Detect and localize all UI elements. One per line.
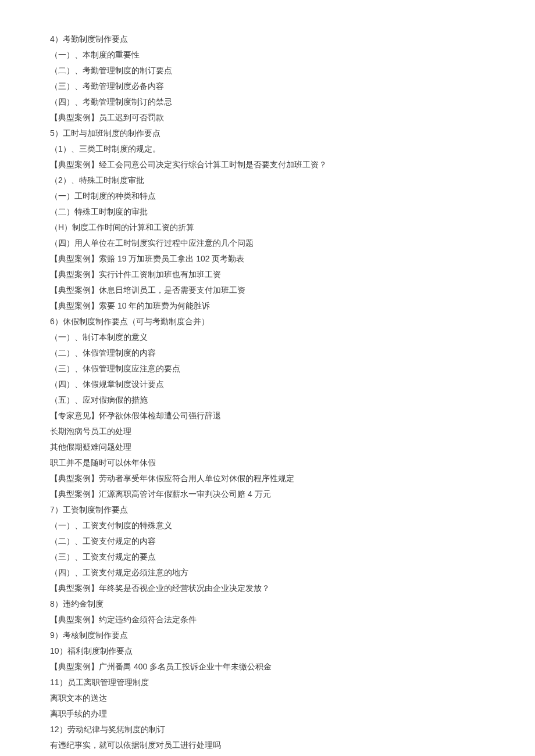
text-line: 职工并不是随时可以休年休假	[50, 455, 492, 471]
text-line: 【典型案例】劳动者享受年休假应符合用人单位对休假的程序性规定	[50, 471, 492, 486]
text-line: （一）工时制度的种类和特点	[50, 188, 492, 204]
text-line: 【典型案例】实行计件工资制加班也有加班工资	[50, 267, 492, 282]
text-line: 【典型案例】经工会同意公司决定实行综合计算工时制是否要支付加班工资？	[50, 157, 492, 173]
text-line: （2）、特殊工时制度审批	[50, 173, 492, 188]
text-line: 6）休假制度制作要点（可与考勤制度合并）	[50, 314, 492, 329]
text-line: 9）考核制度制作要点	[50, 628, 492, 643]
text-line: （一）、工资支付制度的特殊意义	[50, 518, 492, 533]
text-line: （二）特殊工时制度的审批	[50, 204, 492, 220]
text-line: （三）、考勤管理制度必备内容	[50, 78, 492, 94]
text-line: 有违纪事实，就可以依据制度对员工进行处理吗	[50, 737, 492, 753]
text-line: 【典型案例】员工迟到可否罚款	[50, 110, 492, 126]
text-line: 7）工资制度制作要点	[50, 502, 492, 518]
text-line: 【专家意见】怀孕欲休假体检却遭公司强行辞退	[50, 408, 492, 424]
text-line: （二）、工资支付规定的内容	[50, 533, 492, 549]
text-line: （四）、考勤管理制度制订的禁忌	[50, 94, 492, 110]
text-line: 其他假期疑难问题处理	[50, 439, 492, 455]
text-line: （一）、制订本制度的意义	[50, 329, 492, 345]
text-line: （五）、应对假病假的措施	[50, 392, 492, 408]
text-line: （三）、工资支付规定的要点	[50, 549, 492, 565]
text-line: 【典型案例】休息日培训员工，是否需要支付加班工资	[50, 282, 492, 298]
text-line: 4）考勤制度制作要点	[50, 31, 492, 47]
text-line: 10）福利制度制作要点	[50, 643, 492, 659]
text-line: （四）用人单位在工时制度实行过程中应注意的几个问题	[50, 235, 492, 251]
text-line: 【典型案例】约定违约金须符合法定条件	[50, 612, 492, 628]
text-line: 【典型案例】汇源离职高管讨年假薪水一审判决公司赔 4 万元	[50, 486, 492, 502]
text-line: 离职文本的送达	[50, 690, 492, 706]
text-line: （1）、三类工时制度的规定。	[50, 141, 492, 157]
text-line: 【典型案例】年终奖是否视企业的经营状况由企业决定发放？	[50, 581, 492, 596]
text-line: 8）违约金制度	[50, 596, 492, 612]
text-line: 12）劳动纪律与奖惩制度的制订	[50, 722, 492, 737]
text-line: （二）、休假管理制度的内容	[50, 345, 492, 361]
text-line: （H）制度工作时间的计算和工资的折算	[50, 220, 492, 235]
text-line: （三）、休假管理制度应注意的要点	[50, 361, 492, 377]
text-line: 【典型案例】索赔 19 万加班费员工拿出 102 页考勤表	[50, 251, 492, 267]
text-line: （一）、本制度的重要性	[50, 47, 492, 63]
text-line: （二）、考勤管理制度的制订要点	[50, 63, 492, 78]
text-line: （四）、休假规章制度设计要点	[50, 377, 492, 392]
text-line: 【典型案例】索要 10 年的加班费为何能胜诉	[50, 298, 492, 314]
text-line: 11）员工离职管理管理制度	[50, 675, 492, 690]
text-line: 长期泡病号员工的处理	[50, 424, 492, 439]
text-line: （四）、工资支付规定必须注意的地方	[50, 565, 492, 581]
text-line: 5）工时与加班制度的制作要点	[50, 126, 492, 141]
document-page: 4）考勤制度制作要点 （一）、本制度的重要性 （二）、考勤管理制度的制订要点 （…	[0, 0, 492, 756]
text-line: 离职手续的办理	[50, 706, 492, 722]
text-line: 【典型案例】广州番禺 400 多名员工投诉企业十年未缴公积金	[50, 659, 492, 675]
